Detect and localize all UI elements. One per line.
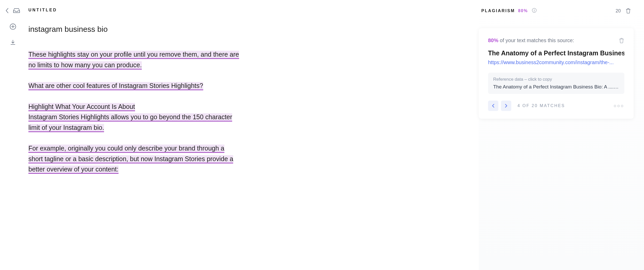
doc-heading[interactable]: instagram business bio [28,25,240,34]
editor-main: UNTITLED instagram business bio These hi… [26,0,250,270]
highlighted-text[interactable]: Highlight What Your Account Is About [28,103,135,111]
source-title: The Anatomy of a Perfect Instagram Busin… [488,49,624,57]
match-count: 20 [616,8,621,14]
back-icon[interactable] [5,8,9,13]
highlighted-text[interactable]: These highlights stay on your profile un… [28,51,239,70]
inbox-icon[interactable] [13,7,20,14]
pager-text: 4 OF 20 MATCHES [517,103,565,108]
highlighted-text[interactable]: For example, originally you could only d… [28,145,233,174]
source-card: 80% of your text matches this source: Th… [479,28,634,119]
add-icon[interactable] [10,23,16,30]
pager: 4 OF 20 MATCHES [488,101,565,111]
reference-label: Reference data – click to copy [493,77,619,82]
info-icon[interactable] [532,8,537,14]
highlighted-text[interactable]: Instagram Stories Highlights allows you … [28,113,232,132]
highlighted-text[interactable]: What are other cool features of Instagra… [28,82,203,90]
doc-title-label: UNTITLED [28,8,240,12]
match-percent: 80% [488,38,498,43]
svg-point-2 [534,9,535,10]
doc-body[interactable]: These highlights stay on your profile un… [28,49,240,175]
left-rail [0,0,26,270]
trash-icon[interactable] [619,38,624,44]
right-pane: PLAGIARISM 80% 20 80% of your text match… [479,0,644,270]
plagiarism-label: PLAGIARISM [481,9,515,13]
prev-button[interactable] [488,101,498,111]
right-header: PLAGIARISM 80% 20 [479,8,634,14]
more-icon[interactable]: ○○○ [614,103,624,109]
download-icon[interactable] [10,39,16,46]
reference-text: The Anatomy of a Perfect Instagram Busin… [493,84,619,90]
trash-icon[interactable] [625,8,631,14]
source-url[interactable]: https://www.business2community.com/insta… [488,59,624,65]
plagiarism-percent: 80% [518,9,528,13]
match-summary: 80% of your text matches this source: [488,38,574,43]
next-button[interactable] [501,101,511,111]
reference-box[interactable]: Reference data – click to copy The Anato… [488,73,624,94]
